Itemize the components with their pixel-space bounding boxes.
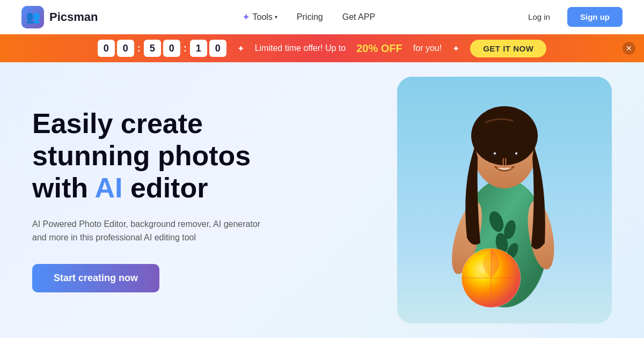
nav-tools[interactable]: ✦ Tools ▾ [242,11,277,23]
svg-point-12 [511,150,519,159]
hero-right [322,77,612,324]
hero-left: Easily create stunning photos with AI ed… [32,108,322,292]
navbar: 👥 Picsman ✦ Tools ▾ Pricing Get APP Log … [0,0,644,34]
banner-discount: 20% OFF [356,42,402,55]
star-icon-right: ✦ [452,43,459,54]
timer-colon-2: : [184,43,187,54]
nav-right: Log in Sign up [519,7,623,27]
signup-button[interactable]: Sign up [567,7,623,27]
timer-colon-1: : [137,43,141,54]
banner-text-after: for you! [413,43,442,53]
timer-d1: 0 [98,40,115,57]
logo[interactable]: 👥 Picsman [21,6,98,28]
nav-pricing[interactable]: Pricing [297,12,323,22]
hero-illustration [397,77,612,324]
hero-subtitle: AI Powered Photo Editor, background remo… [32,217,268,245]
svg-point-13 [494,152,496,155]
chevron-down-icon: ▾ [275,14,277,20]
svg-point-10 [471,106,538,165]
nav-getapp[interactable]: Get APP [342,12,375,22]
hero-image [397,77,612,324]
countdown-timer: 0 0 : 5 0 : 1 0 [98,40,226,57]
get-it-now-button[interactable]: GET IT NOW [470,40,546,57]
promo-banner: 0 0 : 5 0 : 1 0 ✦ Limited time offer! Up… [0,34,644,62]
svg-point-14 [515,152,517,155]
hero-section: Easily create stunning photos with AI ed… [0,62,644,338]
hero-title: Easily create stunning photos with AI ed… [32,108,322,204]
timer-d2: 0 [117,40,134,57]
nav-center: ✦ Tools ▾ Pricing Get APP [242,11,375,23]
banner-close-button[interactable]: ✕ [623,42,635,55]
star-icon-left: ✦ [237,43,244,54]
timer-m1: 5 [144,40,161,57]
timer-s2: 0 [209,40,226,57]
logo-icon: 👥 [21,6,44,28]
timer-m2: 0 [163,40,180,57]
timer-s1: 1 [190,40,207,57]
svg-point-11 [490,150,497,159]
start-creating-button[interactable]: Start creating now [32,264,159,292]
banner-text-before: Limited time offer! Up to [255,43,346,53]
login-button[interactable]: Log in [519,8,559,26]
logo-text: Picsman [49,10,98,24]
